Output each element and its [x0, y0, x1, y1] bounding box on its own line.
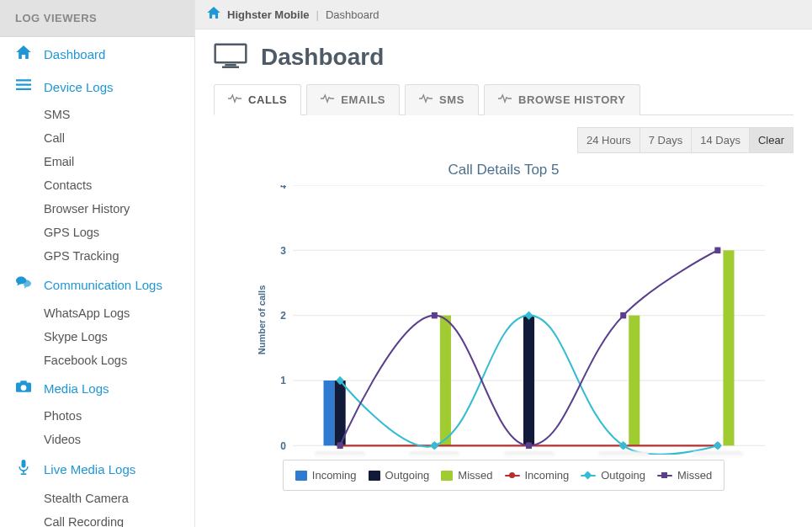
svg-text:3: 3 [280, 244, 286, 256]
svg-rect-34 [337, 443, 343, 449]
home-icon[interactable] [207, 7, 220, 22]
sidebar-group-label: Device Logs [44, 80, 114, 94]
camera-icon [15, 381, 32, 396]
legend-label: Incoming [312, 469, 357, 482]
legend-item-bar-missed[interactable]: Missed [441, 469, 492, 482]
bar-missed [440, 316, 451, 446]
pulse-icon [321, 93, 334, 106]
x-category [504, 451, 555, 458]
x-category [693, 451, 743, 458]
sidebar-item-skype-logs[interactable]: Skype Logs [0, 325, 194, 349]
main: Highster Mobile | Dashboard Dashboard CA… [195, 0, 812, 527]
svg-point-5 [21, 385, 27, 391]
sidebar-item-facebook-logs[interactable]: Facebook Logs [0, 349, 194, 372]
tab-emails[interactable]: EMAILS [306, 84, 400, 115]
sidebar-item-stealth-camera[interactable]: Stealth Camera [0, 487, 194, 510]
bar-incoming [324, 381, 335, 445]
x-category [315, 451, 365, 458]
legend-item-bar-incoming[interactable]: Incoming [295, 469, 357, 482]
breadcrumb-page: Dashboard [326, 8, 379, 21]
svg-rect-0 [16, 79, 31, 81]
legend-swatch [369, 471, 380, 481]
sidebar-group-dashboard[interactable]: Dashboard [0, 37, 194, 71]
svg-rect-6 [22, 460, 26, 468]
svg-rect-13 [222, 67, 239, 69]
legend-label: Outgoing [601, 469, 645, 482]
svg-rect-2 [16, 88, 31, 90]
sidebar-item-email[interactable]: Email [0, 150, 194, 173]
sidebar-item-call[interactable]: Call [0, 126, 194, 150]
range-7-days[interactable]: 7 Days [640, 127, 692, 153]
legend-label: Outgoing [385, 469, 430, 482]
breadcrumb-app[interactable]: Highster Mobile [227, 8, 310, 21]
sidebar-item-videos[interactable]: Videos [0, 428, 194, 451]
sidebar-item-call-recording[interactable]: Call Recording [0, 510, 194, 527]
legend-label: Missed [677, 469, 712, 482]
legend-item-line-missed[interactable]: Missed [657, 469, 712, 482]
legend-swatch [295, 471, 307, 481]
range-14-days[interactable]: 14 Days [692, 127, 750, 153]
range-24-hours[interactable]: 24 Hours [577, 127, 640, 153]
svg-rect-38 [714, 248, 720, 253]
svg-rect-1 [16, 84, 31, 86]
sidebar-item-contacts[interactable]: Contacts [0, 173, 194, 197]
tab-sms[interactable]: SMS [405, 84, 479, 115]
breadcrumb: Highster Mobile | Dashboard [195, 0, 812, 29]
svg-rect-30 [430, 441, 438, 450]
svg-rect-4 [20, 381, 27, 384]
bar-missed [723, 250, 734, 445]
svg-text:0: 0 [280, 439, 286, 451]
range-clear[interactable]: Clear [750, 127, 793, 153]
svg-rect-12 [225, 64, 236, 67]
sidebar: LOG VIEWERS DashboardDevice LogsSMSCallE… [0, 0, 195, 527]
sidebar-group-communication-logs[interactable]: Communication Logs [0, 268, 194, 301]
chart-ylabel: Number of calls [257, 285, 267, 355]
pulse-icon [498, 93, 512, 106]
tab-label: EMAILS [341, 93, 385, 106]
sidebar-group-label: Live Media Logs [44, 462, 135, 476]
pulse-icon [228, 93, 241, 106]
sidebar-header: LOG VIEWERS [0, 0, 194, 37]
page-title: Dashboard [261, 44, 384, 71]
tab-label: BROWSE HISTORY [518, 93, 626, 106]
mic-icon [15, 460, 32, 478]
sidebar-item-photos[interactable]: Photos [0, 404, 194, 428]
bubbles-icon [15, 276, 32, 293]
legend-item-bar-outgoing[interactable]: Outgoing [369, 469, 430, 482]
monitor-icon [214, 43, 247, 72]
x-category [598, 451, 649, 458]
sidebar-item-gps-tracking[interactable]: GPS Tracking [0, 244, 194, 268]
legend-label: Incoming [525, 469, 570, 482]
svg-rect-33 [714, 441, 722, 450]
svg-text:4: 4 [280, 185, 286, 191]
svg-rect-36 [526, 443, 532, 449]
sidebar-group-device-logs[interactable]: Device Logs [0, 71, 194, 103]
tab-browse-history[interactable]: BROWSE HISTORY [484, 84, 640, 115]
svg-rect-8 [21, 473, 27, 475]
sidebar-group-media-logs[interactable]: Media Logs [0, 372, 194, 404]
chart-legend: IncomingOutgoingMissedIncomingOutgoingMi… [283, 460, 724, 491]
chart-wrap: Call Details Top 5 Number of calls 01234… [214, 158, 793, 503]
sidebar-group-label: Communication Logs [44, 278, 162, 292]
bar-missed [629, 316, 640, 446]
list-icon [15, 79, 32, 94]
legend-swatch [505, 475, 520, 476]
sidebar-group-live-media-logs[interactable]: Live Media Logs [0, 451, 194, 487]
sidebar-item-gps-logs[interactable]: GPS Logs [0, 221, 194, 244]
legend-item-line-incoming[interactable]: Incoming [505, 469, 570, 482]
pulse-icon [419, 93, 433, 106]
sidebar-item-whatsapp-logs[interactable]: WhatsApp Logs [0, 301, 194, 325]
svg-rect-11 [215, 45, 247, 63]
svg-rect-7 [23, 471, 24, 473]
legend-item-line-outgoing[interactable]: Outgoing [581, 469, 645, 482]
svg-rect-37 [620, 312, 626, 318]
sidebar-item-sms[interactable]: SMS [0, 103, 194, 126]
range-bar: 24 Hours7 Days14 DaysClear [214, 127, 793, 153]
svg-text:1: 1 [280, 375, 286, 386]
sidebar-item-browser-history[interactable]: Browser History [0, 197, 194, 221]
chart-svg: 01234 [268, 185, 773, 455]
tab-calls[interactable]: CALLS [214, 84, 301, 115]
sidebar-group-label: Media Logs [44, 381, 109, 396]
chart-title: Call Details Top 5 [214, 158, 793, 185]
home-icon [15, 45, 32, 62]
